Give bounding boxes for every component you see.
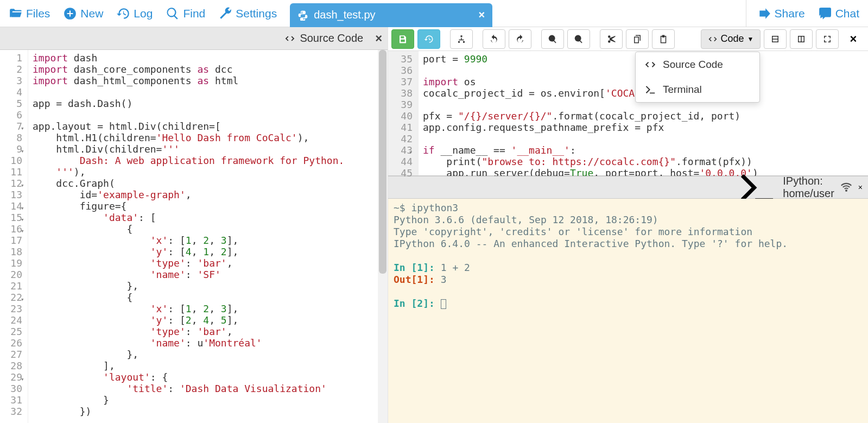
line-number: 26: [0, 337, 22, 349]
left-scrollbar[interactable]: [378, 50, 388, 423]
code-line[interactable]: if __name__ == '__main__':: [423, 144, 868, 156]
share-button[interactable]: Share: [752, 3, 810, 24]
split-vertical-button[interactable]: [790, 29, 813, 49]
new-button[interactable]: New: [58, 3, 109, 24]
code-line[interactable]: 'title': 'Dash Data Visualization': [33, 383, 378, 394]
code-line[interactable]: },: [33, 280, 378, 292]
code-line[interactable]: 'name': 'SF': [33, 269, 378, 280]
line-number: 20: [0, 269, 22, 280]
copy-icon: [632, 34, 642, 44]
code-line[interactable]: 'data': [: [33, 212, 378, 223]
fullscreen-button[interactable]: [816, 29, 839, 49]
code-line[interactable]: {: [33, 223, 378, 235]
code-line[interactable]: 'layout': {: [33, 371, 378, 383]
split-horizontal-button[interactable]: [764, 29, 787, 49]
code-line[interactable]: 'type': 'bar',: [33, 326, 378, 337]
code-line[interactable]: pfx = "/{}/server/{}/".format(cocalc_pro…: [423, 110, 868, 122]
topbar: Files New Log Find Settings dash_test.py…: [0, 0, 868, 27]
terminal-line: In [2]:: [394, 298, 863, 310]
code-line[interactable]: 'x': [1, 2, 3],: [33, 303, 378, 314]
dropdown-item-terminal[interactable]: Terminal: [636, 77, 759, 102]
code-line[interactable]: 'name': u'Montréal': [33, 337, 378, 349]
left-close-icon[interactable]: ×: [375, 31, 382, 46]
line-number: 23: [0, 303, 22, 314]
code-line[interactable]: id='example-graph',: [33, 189, 378, 200]
right-editor[interactable]: 3536373839404142434445 port = 9990import…: [388, 51, 868, 176]
code-line[interactable]: 'y': [2, 4, 5],: [33, 314, 378, 326]
cut-button[interactable]: [600, 29, 623, 49]
terminal[interactable]: ~$ ipython3Python 3.6.6 (default, Sep 12…: [388, 199, 868, 423]
code-line[interactable]: ],: [33, 360, 378, 371]
code-line[interactable]: app.config.requests_pathname_prefix = pf…: [423, 122, 868, 133]
file-tab[interactable]: dash_test.py ×: [290, 3, 492, 27]
dropdown-item-source-code[interactable]: Source Code: [636, 52, 759, 77]
code-line[interactable]: {: [33, 292, 378, 303]
format-button[interactable]: [450, 29, 473, 49]
tab-filename: dash_test.py: [314, 9, 375, 21]
line-number: 24: [0, 314, 22, 326]
code-line[interactable]: [423, 133, 868, 144]
code-line[interactable]: 'type': 'bar',: [33, 257, 378, 269]
line-number: 14: [0, 200, 22, 212]
code-line[interactable]: import dash: [33, 52, 378, 64]
redo-button[interactable]: [509, 29, 531, 49]
line-number: 3: [0, 75, 22, 86]
copy-button[interactable]: [626, 29, 649, 49]
code-line[interactable]: 'x': [1, 2, 3],: [33, 235, 378, 246]
code-line[interactable]: [33, 109, 378, 121]
chat-icon: [818, 7, 832, 21]
chat-button[interactable]: Chat: [813, 3, 865, 24]
terminal-line: ~$ ipython3: [394, 202, 863, 214]
code-line[interactable]: app.layout = html.Div(children=[: [33, 121, 378, 132]
code-line[interactable]: dcc.Graph(: [33, 178, 378, 189]
share-icon: [757, 7, 771, 21]
code-line[interactable]: html.H1(children='Hello Dash from CoCalc…: [33, 132, 378, 143]
code-icon: [284, 33, 295, 44]
terminal-line: IPython 6.4.0 -- An enhanced Interactive…: [394, 238, 863, 250]
code-line[interactable]: }): [33, 406, 378, 417]
save-button[interactable]: [391, 29, 414, 49]
code-line[interactable]: app = dash.Dash(): [33, 98, 378, 109]
line-number: 19: [0, 257, 22, 269]
close-pane-button[interactable]: ×: [842, 29, 865, 49]
line-number: 10: [0, 155, 22, 166]
zoom-in-button[interactable]: [567, 29, 590, 49]
settings-button[interactable]: Settings: [213, 3, 282, 24]
left-editor[interactable]: 1234567891011121314151617181920212223242…: [0, 50, 388, 423]
find-button[interactable]: Find: [160, 3, 211, 24]
code-line[interactable]: [33, 86, 378, 98]
code-line[interactable]: },: [33, 349, 378, 360]
paste-icon: [658, 34, 668, 44]
paste-button[interactable]: [652, 29, 675, 49]
folder-open-icon: [9, 7, 23, 21]
line-number: 8: [0, 132, 22, 143]
line-number: 35: [388, 53, 413, 65]
code-line[interactable]: import dash_html_components as html: [33, 75, 378, 86]
line-number: 42: [388, 133, 413, 144]
python-icon: [297, 10, 308, 21]
line-number: 36: [388, 65, 413, 76]
undo-button[interactable]: [483, 29, 505, 49]
code-line[interactable]: import dash_core_components as dcc: [33, 64, 378, 75]
view-dropdown-button[interactable]: Code ▼ Source Code Terminal: [701, 29, 761, 49]
code-line[interactable]: }: [33, 394, 378, 406]
zoom-out-button[interactable]: [541, 29, 564, 49]
terminal-line: [394, 286, 863, 298]
terminal-close-icon[interactable]: ×: [858, 183, 863, 192]
code-line[interactable]: figure={: [33, 200, 378, 212]
line-number: 37: [388, 76, 413, 87]
left-code-area[interactable]: import dashimport dash_core_components a…: [28, 50, 378, 423]
code-line[interactable]: '''),: [33, 166, 378, 178]
tab-close-icon[interactable]: ×: [479, 9, 485, 21]
wrench-icon: [218, 7, 232, 21]
undo-icon: [489, 34, 499, 44]
code-line[interactable]: html.Div(children=''': [33, 143, 378, 155]
files-button[interactable]: Files: [3, 3, 55, 24]
line-number: 25: [0, 326, 22, 337]
main: Source Code × 12345678910111213141516171…: [0, 27, 868, 423]
code-line[interactable]: 'y': [4, 1, 2],: [33, 246, 378, 257]
timetravel-button[interactable]: [417, 29, 440, 49]
save-icon: [398, 34, 408, 44]
log-button[interactable]: Log: [111, 3, 158, 24]
code-line[interactable]: Dash: A web application framework for Py…: [33, 155, 378, 166]
